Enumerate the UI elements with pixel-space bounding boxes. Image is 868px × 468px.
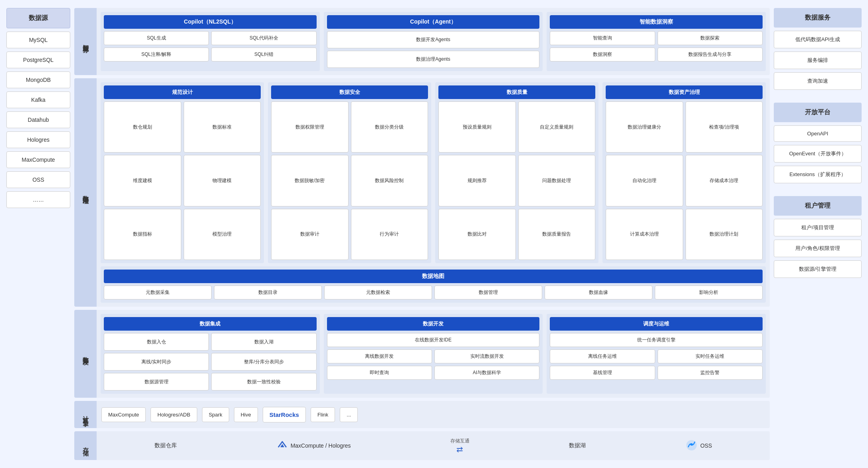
devbox-3: 即时查询 [327, 366, 432, 380]
map-0: 元数据采集 [104, 286, 212, 299]
spec-3: 物理建模 [184, 155, 261, 206]
intel-services-label: 智能服务 [74, 8, 97, 75]
data-quality-header: 数据质量 [438, 85, 595, 99]
storage-oss-label: OSS [700, 442, 712, 449]
data-map-row: 数据地图 元数据采集 数据目录 元数据检索 数据管理 数据血缘 影响分析 [101, 266, 766, 303]
nl2sql-item-3: SQL纠错 [211, 48, 316, 61]
ds-item-0: 低代码数据API生成 [774, 31, 862, 48]
engine-hologres: Hologres/ADB [151, 407, 197, 422]
spacer-1 [774, 93, 862, 99]
svg-point-1 [690, 443, 693, 446]
engine-flink: Flink [311, 407, 335, 422]
sched-2: 实时任务运维 [658, 349, 763, 363]
middle-column: 智能服务 Copilot（NL2SQL） SQL生成 SQL代码补全 SQL注释… [74, 8, 770, 460]
devbox-1: 离线数据开发 [327, 349, 432, 363]
op-item-2: Extensions（扩展程序） [774, 166, 862, 183]
sched-1: 离线任务运维 [550, 349, 655, 363]
integ-2: 离线/实时同步 [104, 353, 209, 371]
data-governance-label: 数据治理 [74, 78, 97, 307]
integ-1: 数据入湖 [211, 333, 316, 351]
source-more: …… [6, 191, 70, 208]
map-1: 数据目录 [214, 286, 322, 299]
engine-more: ... [340, 407, 358, 422]
storage-mc-group: MaxCompute / Hologres [276, 438, 351, 453]
asset-5: 数据治理计划 [686, 209, 763, 260]
engine-starrocks: StarRocks [263, 407, 306, 422]
data-integration-header: 数据集成 [104, 317, 317, 331]
source-mysql: MySQL [6, 32, 70, 48]
data-dev-label: 数据开发 [74, 310, 97, 398]
qual-5: 数据质量报告 [518, 209, 596, 260]
tm-item-1: 用户/角色/权限管理 [774, 240, 862, 257]
storage-arrow-label: 存储互通 [450, 438, 470, 444]
insight-item-1: 数据探索 [658, 31, 763, 45]
tenant-mgmt-title: 租户管理 [774, 196, 862, 216]
copilot-nl2sql-header: Copilot（NL2SQL） [104, 15, 317, 29]
asset-4: 计算成本治理 [606, 209, 683, 260]
left-datasource-column: 数据源 MySQL PostgreSQL MongoDB Kafka Datah… [6, 8, 70, 460]
source-datahub: Datahub [6, 111, 70, 128]
devbox-4: AI与数据科学 [434, 366, 539, 380]
source-mongodb: MongoDB [6, 71, 70, 88]
engine-maxcompute: MaxCompute [101, 407, 146, 422]
qual-0: 预设质量规则 [438, 101, 516, 153]
oss-icon [685, 439, 698, 453]
source-hologres: Hologres [6, 131, 70, 148]
open-platform-title: 开放平台 [774, 103, 862, 122]
data-dev-row: 数据开发 数据集成 数据入仓 数据入湖 离线/实时同步 整库/分库分表同步 数据… [74, 310, 770, 398]
storage-warehouse: 数据仓库 [155, 442, 177, 449]
sec-1: 数据分类分级 [351, 101, 428, 153]
intel-services-content: Copilot（NL2SQL） SQL生成 SQL代码补全 SQL注释/解释 S… [97, 8, 770, 75]
qual-1: 自定义质量规则 [518, 101, 596, 153]
data-asset-header: 数据资产治理 [606, 85, 763, 99]
storage-mc-label: MaxCompute / Hologres [291, 442, 351, 449]
sec-2: 数据脱敏/加密 [271, 155, 349, 206]
ds-item-1: 服务编排 [774, 52, 862, 69]
agent-item-0: 数据开发Agents [327, 31, 540, 48]
storage-lake-label: 数据湖 [569, 442, 586, 449]
data-governance-content: 规范设计 数仓规划 数据标准 维度建模 物理建模 数据指标 模型治理 数据安全 [97, 78, 770, 307]
tm-item-0: 租户/项目管理 [774, 219, 862, 236]
spacer-2 [774, 186, 862, 193]
right-column: 数据服务 低代码数据API生成 服务编排 查询加速 开放平台 OpenAPI O… [774, 8, 862, 460]
compute-label: 计算引擎 [74, 401, 97, 428]
storage-lake: 数据湖 [569, 442, 586, 449]
source-oss: OSS [6, 171, 70, 188]
op-item-1: OpenEvent（开放事件） [774, 145, 862, 163]
spec-1: 数据标准 [184, 101, 261, 153]
nl2sql-item-0: SQL生成 [104, 31, 209, 45]
engine-content: MaxCompute Hologres/ADB Spark Hive StarR… [97, 401, 770, 428]
map-5: 影响分析 [655, 286, 763, 299]
map-3: 数据管理 [434, 286, 542, 299]
data-security-header: 数据安全 [271, 85, 428, 99]
asset-3: 存储成本治理 [686, 155, 763, 206]
source-kafka: Kafka [6, 91, 70, 108]
spec-4: 数据指标 [104, 209, 181, 260]
sched-4: 监控告警 [658, 366, 763, 380]
copilot-agent-header: Copilot（Agent） [327, 15, 540, 29]
ds-item-2: 查询加速 [774, 72, 862, 90]
qual-2: 规则推荐 [438, 155, 516, 206]
source-postgresql: PostgreSQL [6, 52, 70, 68]
asset-1: 检查项/治理项 [686, 101, 763, 153]
data-integration-box: 数据集成 数据入仓 数据入湖 离线/实时同步 整库/分库分表同步 数据源管理 数… [101, 314, 320, 394]
sec-0: 数据权限管理 [271, 101, 349, 153]
storage-content: 数据仓库 MaxCompute / Hologres 存储互通 ⇄ [97, 431, 770, 460]
storage-label: 存储 [74, 431, 97, 460]
spec-design-header: 规范设计 [104, 85, 261, 99]
data-asset-box: 数据资产治理 数据治理健康分 检查项/治理项 自动化治理 存储成本治理 计算成本… [602, 82, 766, 263]
scheduling-header: 调度与运维 [550, 317, 763, 331]
spec-design-box: 规范设计 数仓规划 数据标准 维度建模 物理建模 数据指标 模型治理 [101, 82, 264, 263]
nl2sql-item-2: SQL注释/解释 [104, 48, 209, 61]
storage-warehouse-label: 数据仓库 [155, 442, 177, 449]
integ-3: 整库/分库分表同步 [211, 353, 316, 371]
op-item-0: OpenAPI [774, 125, 862, 142]
smart-insight-header: 智能数据洞察 [550, 15, 763, 29]
source-maxcompute: MaxCompute [6, 151, 70, 168]
qual-4: 数据比对 [438, 209, 516, 260]
sec-4: 数据审计 [271, 209, 349, 260]
engine-hive: Hive [234, 407, 258, 422]
storage-row: 存储 数据仓库 MaxCompute / Hologres [74, 431, 770, 460]
datasource-title: 数据源 [6, 8, 70, 28]
insight-item-0: 智能查询 [550, 31, 655, 45]
